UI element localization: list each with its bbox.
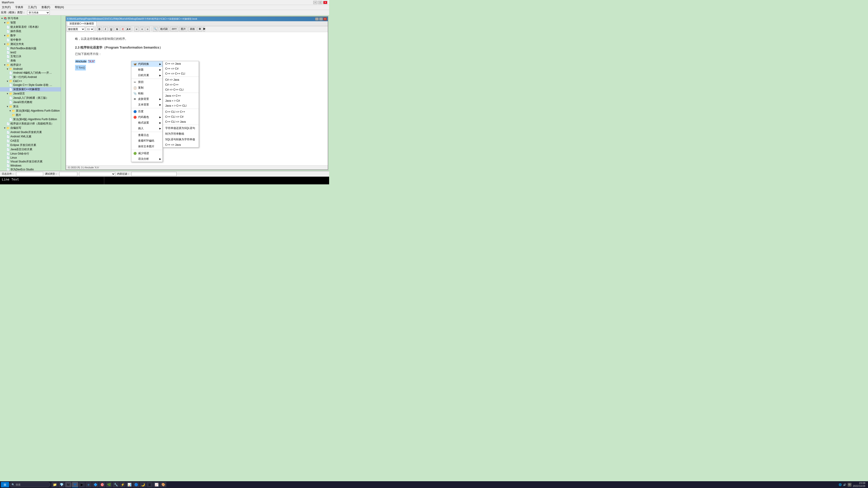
tree-item-android-studio[interactable]: 📄 Android Studio开发积月累 bbox=[0, 130, 61, 134]
ctx-baidu[interactable]: 🔵 百度 bbox=[131, 109, 162, 114]
tree-item-jewish[interactable]: 📄 犹太财富圣经《塔木德》 bbox=[0, 25, 61, 29]
ctx-indent[interactable]: 🟢 减少缩进 bbox=[131, 151, 162, 156]
tree-item-wubi[interactable]: 📄 五笔口决 bbox=[0, 54, 61, 59]
font-select[interactable]: 微软雅黑 bbox=[67, 27, 85, 31]
tree-item-linux-git[interactable]: 📄 Linux Git命令行 bbox=[0, 152, 61, 156]
ctx-save-img[interactable]: 保存文本图片 bbox=[131, 144, 162, 149]
tree-item-self-wrote[interactable]: ▼ 📁 自编自写 bbox=[0, 126, 61, 130]
tree-item-elem-math[interactable]: 📄 初中数学 bbox=[0, 38, 61, 42]
tree-item-pictures[interactable]: 📁 图片 bbox=[0, 113, 61, 117]
sub-cs-java[interactable]: C# => Java bbox=[163, 77, 199, 82]
ctx-mark[interactable]: 标题 ▶ bbox=[131, 67, 162, 72]
ctx-format[interactable]: 格式设置 ▶ bbox=[131, 120, 162, 126]
ctx-paste[interactable]: 📎 粘贴 bbox=[131, 91, 162, 96]
tree-item-eclipse[interactable]: 📄 Eclipse 开发日积月累 bbox=[0, 143, 61, 147]
tree-item-math[interactable]: ▼ 📁 数学 bbox=[0, 33, 61, 38]
sub-cpp-cli[interactable]: C++ => C++ CLI bbox=[163, 71, 199, 76]
ppt-btn[interactable]: PPT bbox=[170, 27, 178, 31]
scroll-indicator[interactable]: ▶ bbox=[203, 27, 205, 31]
tree-item-deep-cpp[interactable]: 📄 深度探索C++对象模型 bbox=[0, 87, 61, 92]
color-btn[interactable]: C bbox=[121, 27, 125, 31]
close-btn[interactable]: ✕ bbox=[323, 1, 327, 4]
tree-item-java-qa[interactable]: 📄 Java问答式教程 bbox=[0, 100, 61, 104]
search-btn[interactable]: 🔍 bbox=[153, 27, 158, 31]
sub-cpp-java2[interactable]: C++ => Java bbox=[163, 142, 199, 147]
content-filter-input[interactable] bbox=[131, 172, 177, 176]
tree-item-java-daily[interactable]: 📄 Java语言日积月累 bbox=[0, 147, 61, 152]
align-left-btn[interactable]: ≡ bbox=[134, 27, 139, 31]
ctx-code-convert[interactable]: 🦋 代码转换 ▶ bbox=[131, 61, 162, 67]
doc-close-btn[interactable]: ✕ bbox=[323, 18, 327, 21]
underline-btn[interactable]: U bbox=[109, 27, 114, 31]
ctx-view-rtf[interactable]: 查看RTF编码 bbox=[131, 138, 162, 144]
sub-sql-str[interactable]: SQL语句转换为字符串值 bbox=[163, 137, 199, 142]
format-btn[interactable]: 格式刷 bbox=[159, 27, 169, 31]
italic-btn[interactable]: I bbox=[103, 27, 108, 31]
tree-item-java[interactable]: ▼ 📁 Javai语言 bbox=[0, 92, 61, 96]
debug-type-input[interactable] bbox=[59, 172, 77, 176]
ctx-textbg[interactable]: 文本背景 ▶ bbox=[131, 102, 162, 107]
tree-item-os[interactable]: 📄 操作系统 bbox=[0, 29, 61, 33]
sub-to-chararray[interactable]: 转为字符串数组 bbox=[163, 131, 199, 137]
tree-item-algorithms-folder[interactable]: ▼ 📁 算法(第4版) Algorithms Furth Edition bbox=[0, 109, 61, 113]
ctx-copy[interactable]: 📋 复制 bbox=[131, 85, 162, 91]
image-btn[interactable]: 图片 bbox=[179, 27, 187, 31]
minimize-btn[interactable]: ─ bbox=[313, 1, 317, 4]
tree-item-google-cpp[interactable]: 📄 Google C++ Style Guide 谷歌 C++编码... bbox=[0, 83, 61, 87]
sub-cli-cpp[interactable]: C++ CLI => C++ bbox=[163, 109, 199, 114]
menu-file[interactable]: 文件(F) bbox=[1, 5, 11, 10]
tree-item-huawei[interactable]: 📄 华为DevEco Studio bbox=[0, 167, 61, 171]
maximize-btn[interactable]: □ bbox=[318, 1, 322, 4]
ctx-skin[interactable]: 👁 皮肤背景 ▶ bbox=[131, 96, 162, 102]
sub-cs-cli[interactable]: C# => C++ CLI bbox=[163, 87, 199, 92]
ctx-calendar[interactable]: 日积月累 ▶ bbox=[131, 72, 162, 78]
sub-java-cli[interactable]: Java = > C++ CLI bbox=[163, 103, 199, 108]
doc-tab-main[interactable]: 深度探索C++对象模型 bbox=[67, 21, 96, 26]
bold-btn[interactable]: B bbox=[97, 27, 102, 31]
align-right-btn[interactable]: ≡ bbox=[145, 27, 150, 31]
tree-item-vs[interactable]: 📄 Visual Studio开发日积月累 bbox=[0, 160, 61, 164]
tree-item-sys-designer[interactable]: 📄 程序设计系统设计师（高级程序员） bbox=[0, 122, 61, 126]
ctx-insert[interactable]: 插入 ▶ bbox=[131, 126, 162, 131]
tree-item-linux[interactable]: 📄 Linux bbox=[0, 156, 61, 160]
log-file-input[interactable] bbox=[16, 172, 43, 176]
tree-item-algorithms-file[interactable]: 📄 算法(第4版) Algorithms Furth Edition bbox=[0, 117, 61, 122]
tree-item-candc[interactable]: ▼ 📁 C&C++ bbox=[0, 79, 61, 83]
sub-java-cs[interactable]: Java = > C# bbox=[163, 98, 199, 103]
ctx-cut[interactable]: ✂ 剪切 bbox=[131, 79, 162, 85]
tree-item-test2[interactable]: 📄 test2 bbox=[0, 51, 61, 54]
sub-cs-cpp[interactable]: C# => C++ bbox=[163, 82, 199, 87]
tree-item-algorithm[interactable]: ▼ 📁 算法 bbox=[0, 104, 61, 109]
align-center-btn[interactable]: ≡ bbox=[140, 27, 144, 31]
strikethrough-btn[interactable]: S bbox=[115, 27, 120, 31]
sub-cli-cs[interactable]: C++ CLI => C# bbox=[163, 114, 199, 119]
tree-item-test-folder[interactable]: ▼ 📁 测试文件夹 bbox=[0, 42, 61, 46]
sub-cpp-java[interactable]: C++ => Java bbox=[163, 61, 199, 66]
table-btn[interactable]: 表格 bbox=[188, 27, 196, 31]
tree-item-android-xml[interactable]: 📄 Android XML元素 bbox=[0, 134, 61, 139]
tree-item-programming[interactable]: ▼ 📁 程序设计 bbox=[0, 63, 61, 67]
tree-item-android4[interactable]: 📄 Android 4编程入门经典——开发智能手... bbox=[0, 71, 61, 75]
tree-item-java-entry[interactable]: 📄 Java从入门到精通（第三版） bbox=[0, 96, 61, 100]
tree-item-table[interactable]: 📄 表格 bbox=[0, 59, 61, 63]
menu-view[interactable]: 查看(F) bbox=[40, 5, 51, 10]
tree-item-windows[interactable]: 📄 Windows bbox=[0, 164, 61, 167]
tree-item-android[interactable]: ▼ 📁 Android bbox=[0, 67, 61, 71]
sub-cpp-csharp[interactable]: C++ => C# bbox=[163, 66, 199, 71]
menu-tools[interactable]: 工具(T) bbox=[27, 5, 37, 10]
sub-java-cpp[interactable]: Java => C++ bbox=[163, 93, 199, 98]
debug-select[interactable] bbox=[79, 172, 115, 176]
tree-item-android-first[interactable]: 📄 第一行代码 Android bbox=[0, 75, 61, 79]
extra-btn[interactable]: ⚙ bbox=[197, 27, 202, 31]
ctx-view-log[interactable]: 查看日志 bbox=[131, 132, 162, 138]
doc-maximize-btn[interactable]: □ bbox=[319, 18, 323, 21]
tree-item-richtextbox[interactable]: 📄 RichTextBox表格问题 bbox=[0, 46, 61, 51]
sub-str-sql[interactable]: 字符串值还原为SQL语句 bbox=[163, 125, 199, 131]
sub-cli-java[interactable]: C++ CLI => Java bbox=[163, 119, 199, 124]
arrow-btn[interactable]: A▼ bbox=[126, 27, 131, 31]
ctx-code-color[interactable]: 🔴 代码着色 ▶ bbox=[131, 114, 162, 120]
tree-item-csharp[interactable]: 📄 C#语言 bbox=[0, 139, 61, 143]
doc-minimize-btn[interactable]: ─ bbox=[315, 18, 319, 21]
ctx-syntax[interactable]: 语法分析 ▶ bbox=[131, 156, 162, 162]
tree-item-wisdom[interactable]: ▼ 📁 智慧 bbox=[0, 21, 61, 25]
